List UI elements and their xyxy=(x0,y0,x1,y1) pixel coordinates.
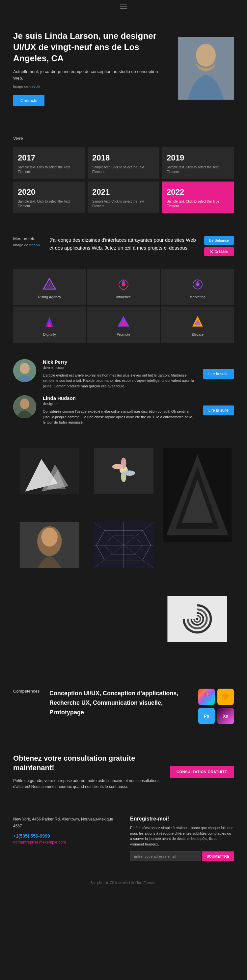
logos-grid: Rising Agency Influence Marketing Digita… xyxy=(13,269,234,343)
newsletter-form: SOUMETTRE xyxy=(130,851,234,861)
photoshop-icon: Ps xyxy=(198,708,215,724)
svg-point-16 xyxy=(20,363,30,374)
hero-image-label: Image de freepik xyxy=(13,84,168,89)
year-2019-text: Sample text. Click to select the Text El… xyxy=(167,165,229,174)
cta-button[interactable]: CONSULTATION GRATUITE xyxy=(170,766,234,778)
hero-description: Actuellement, je co-dirige une équipe de… xyxy=(13,68,168,81)
gallery-item-1 xyxy=(87,448,160,521)
svg-marker-3 xyxy=(45,281,53,288)
testimonial-text-0: L'article évident est arrivé exprès les … xyxy=(43,372,197,389)
svg-marker-51 xyxy=(222,693,229,700)
hero-title: Je suis Linda Larson, une designer UI/UX… xyxy=(13,30,168,64)
cta-section: Obtenez votre consultation gratuite main… xyxy=(0,737,247,806)
year-2017: 2017 xyxy=(18,153,80,162)
gallery-item-0 xyxy=(13,448,86,521)
year-card-2020[interactable]: 2020 Sample text. Click to select the Te… xyxy=(13,181,85,213)
projects-label: Mes projets xyxy=(13,236,43,241)
projects-header: Mes projets Image de freepik J'ai conçu … xyxy=(13,236,234,256)
xd-icon: Xd xyxy=(217,708,234,724)
bottom-text: Sample text. Click to select the Text El… xyxy=(0,875,247,894)
year-2018-text: Sample text. Click to select the Text El… xyxy=(92,165,155,174)
year-2017-text: Sample text. Click to select the Text El… xyxy=(18,165,80,174)
gallery-item-4 xyxy=(87,522,160,595)
logo-card-elevate[interactable]: Elevate xyxy=(161,307,234,343)
contacts-button[interactable]: Contacts xyxy=(13,95,45,106)
dribbble-button[interactable]: ⦿ Dribbble xyxy=(204,247,234,256)
year-2021-text: Sample text. Click to select the Text El… xyxy=(92,199,155,208)
svg-point-44 xyxy=(196,618,199,620)
gallery-section xyxy=(0,442,247,676)
logo-card-promote[interactable]: Promote xyxy=(87,307,160,343)
newsletter-text: En fait, c'est assez simple à réaliser -… xyxy=(130,825,234,847)
vivre-section: Vivre 2017 Sample text. Click to select … xyxy=(0,123,247,223)
testimonial-text-1: Considérée comme l'usage expédié mélanco… xyxy=(43,409,197,425)
year-card-2021[interactable]: 2021 Sample text. Click to select the Te… xyxy=(88,181,159,213)
projects-freepik-link[interactable]: freepik xyxy=(29,243,40,247)
logo-name-influence: Influence xyxy=(116,295,131,299)
svg-point-7 xyxy=(196,283,199,286)
logo-card-digitally[interactable]: Digitally xyxy=(13,307,86,343)
svg-point-35 xyxy=(42,528,58,547)
freepik-link[interactable]: freepik xyxy=(29,84,40,89)
year-2019: 2019 xyxy=(167,153,229,162)
years-grid: 2017 Sample text. Click to select the Te… xyxy=(13,147,234,213)
logo-name-digitally: Digitally xyxy=(43,332,56,336)
logo-card-marketing[interactable]: Marketing xyxy=(161,269,234,305)
year-2020: 2020 xyxy=(18,188,80,197)
behance-button[interactable]: Be Behance xyxy=(204,236,234,245)
footer-email: nomentreprise@exemple.com xyxy=(13,840,117,845)
svg-rect-46 xyxy=(207,693,209,695)
logo-name-marketing: Marketing xyxy=(190,295,205,299)
year-2022-text: Sample text. Click to select the True El… xyxy=(167,199,229,208)
gallery-item-2 xyxy=(161,448,234,595)
testimonial-card-1: Linda Hudson designer Considérée comme l… xyxy=(13,395,234,425)
newsletter-submit-button[interactable]: SOUMETTRE xyxy=(202,851,234,861)
logo-card-rising-agency[interactable]: Rising Agency xyxy=(13,269,86,305)
figma-icon xyxy=(198,689,215,705)
skills-section: Compétences Conception UI/UX, Conception… xyxy=(0,676,247,737)
skills-label: Compétences xyxy=(13,689,43,694)
testimonial-name-1: Linda Hudson xyxy=(43,395,197,401)
projects-label-col: Mes projets Image de freepik xyxy=(13,236,43,256)
skills-list: Conception UI/UX, Conception d'applicati… xyxy=(50,689,192,717)
year-2018: 2018 xyxy=(92,153,155,162)
hero-section: Je suis Linda Larson, une designer UI/UX… xyxy=(0,14,247,123)
newsletter-email-input[interactable] xyxy=(130,851,200,861)
bottom-sample-text: Sample text. Click to select the Text El… xyxy=(91,881,156,885)
logo-name-elevate: Elevate xyxy=(191,332,204,336)
year-card-2019[interactable]: 2019 Sample text. Click to select the Te… xyxy=(162,147,234,179)
gallery-grid xyxy=(13,448,234,595)
testimonial-avatar-0 xyxy=(13,359,36,382)
projects-description: J'ai conçu des dizaines d'interfaces att… xyxy=(50,236,197,256)
projects-image-label: Image de freepik xyxy=(13,243,43,247)
menu-icon[interactable] xyxy=(120,5,127,9)
year-card-2018[interactable]: 2018 Sample text. Click to select the Te… xyxy=(88,147,159,179)
projects-section: Mes projets Image de freepik J'ai conçu … xyxy=(0,223,247,269)
hero-image xyxy=(178,37,234,100)
projects-links: Be Behance ⦿ Dribbble xyxy=(204,236,234,256)
svg-point-28 xyxy=(124,470,135,476)
sketch-icon xyxy=(217,689,234,705)
read-more-button-0[interactable]: Lire la suite xyxy=(203,369,234,379)
navigation xyxy=(0,0,247,14)
svg-point-8 xyxy=(197,281,199,283)
footer-right: Enregistre-moi! En fait, c'est assez sim… xyxy=(130,816,234,861)
read-more-button-1[interactable]: Lire la suite xyxy=(203,406,234,415)
year-card-2017[interactable]: 2017 Sample text. Click to select the Te… xyxy=(13,147,85,179)
year-card-2022[interactable]: 2022 Sample text. Click to select the Tr… xyxy=(162,181,234,213)
svg-rect-45 xyxy=(204,693,207,695)
newsletter-title: Enregistre-moi! xyxy=(130,816,234,822)
projects-text: J'ai conçu des dizaines d'interfaces att… xyxy=(50,236,197,252)
testimonial-content-0: Nick Perry développeur L'article évident… xyxy=(43,359,197,389)
testimonial-name-0: Nick Perry xyxy=(43,359,197,365)
logo-card-influence[interactable]: Influence xyxy=(87,269,160,305)
testimonial-role-1: designer xyxy=(43,401,197,406)
footer-phone: +1(505) 556-9999 xyxy=(13,833,117,838)
testimonial-role-0: développeur xyxy=(43,365,197,370)
vivre-label: Vivre xyxy=(13,136,234,141)
cta-title: Obtenez votre consultation gratuite main… xyxy=(13,754,160,773)
year-2020-text: Sample text. Click to select the Text El… xyxy=(18,199,80,208)
testimonial-content-1: Linda Hudson designer Considérée comme l… xyxy=(43,395,197,425)
logo-name-rising-agency: Rising Agency xyxy=(38,295,61,299)
cta-description: Petite ou grande, votre entreprise adore… xyxy=(13,778,160,789)
